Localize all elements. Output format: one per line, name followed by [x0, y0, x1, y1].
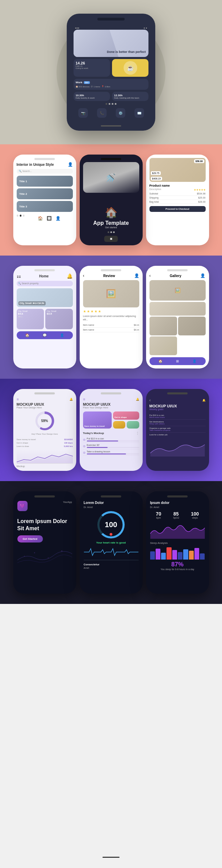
gallery-item-2[interactable]	[149, 317, 177, 335]
review-image: 🖼️	[83, 280, 139, 307]
gallery-phone: ‹ Gallery 👤 🖼️ 🏠 ⊞ 👤	[146, 266, 209, 368]
interior-item-2[interactable]: Title 2	[17, 188, 73, 199]
home-nav-home[interactable]: 🏠	[25, 333, 29, 337]
phone-notch	[167, 495, 188, 497]
task-card-1: 10.30h Daily laundry & wash	[74, 92, 110, 101]
back-icon[interactable]: ‹	[83, 273, 84, 278]
back-icon[interactable]: ‹	[149, 273, 151, 278]
todo-check-1: ◎	[83, 438, 85, 441]
mockup-stats: Save money to travel $316/$50 Get in sha…	[17, 438, 73, 448]
steps-value: 100	[191, 511, 199, 517]
home-card-2[interactable]: City, Small $3.9	[45, 309, 73, 329]
menu-icon[interactable]: ☰	[83, 398, 85, 401]
search-bar[interactable]: 🔍 Search...	[17, 169, 73, 174]
app-header: 💜 YourApp	[17, 501, 72, 511]
heart-gauge: 100	[97, 511, 125, 538]
dots-icon[interactable]: ⋮	[136, 431, 139, 435]
gallery-item-1[interactable]	[149, 302, 206, 316]
notification-icon[interactable]: 🔔	[136, 398, 139, 401]
gallery-header: ‹ Gallery 👤	[149, 273, 206, 278]
interior-item-1[interactable]: Title 1	[17, 176, 73, 187]
stat-row-3: Learn to draw 5,000 hrs	[17, 445, 73, 448]
mockup-top: ☰ 🔔	[17, 398, 73, 401]
home-indicator	[101, 125, 121, 127]
task-card-2: 12.30h Daily meeting with the team	[112, 92, 148, 101]
phone-notch	[101, 392, 121, 394]
template-icon-btn[interactable]: ▣	[104, 236, 118, 242]
template-dots	[83, 231, 139, 233]
phone-notch	[34, 392, 55, 394]
get-started-button[interactable]: Get Started	[17, 535, 43, 542]
gallery-item-3[interactable]	[178, 317, 206, 335]
sleep-pct-sub: You sleep for 6-8 hours in a day	[150, 568, 205, 570]
hero-card: Done is better than perfect	[74, 30, 148, 57]
sleep-bar-4	[166, 547, 171, 560]
spo2-stat: 85 SpO2	[173, 511, 179, 519]
back-icon[interactable]: ‹	[149, 398, 151, 403]
bg-lines-svg	[17, 546, 72, 566]
home-nav-profile[interactable]: 👤	[60, 333, 64, 337]
todo-item-2: ◎ Exercise 30'	[83, 443, 139, 449]
nav-dots: 🏠 🔲 👤	[17, 215, 73, 221]
svg-point-2	[48, 558, 48, 558]
settings-icon[interactable]: ⚙️	[116, 108, 125, 118]
item-label-2: Title 2	[19, 192, 27, 196]
hero-text: Done is better than perfect	[107, 50, 146, 54]
goal-item-3: Organize a garage sale Take freelance pr…	[149, 426, 206, 433]
product-header-row: Description ★★★★★	[149, 188, 206, 192]
notification-icon[interactable]: 🔔	[69, 398, 73, 401]
sleep-bar-8	[189, 551, 194, 560]
home-nav-home[interactable]: 🏠	[158, 359, 162, 363]
product-description: Description	[149, 188, 161, 190]
featured-card[interactable]: City, Small ★4.4 $4.9k	[17, 288, 73, 307]
home-nav-chat[interactable]: 💬	[43, 333, 47, 337]
review-item-2: Item name$4.m	[83, 328, 139, 332]
camera-icon[interactable]: 📷	[78, 108, 88, 118]
home-nav-grid[interactable]: ⊞	[176, 359, 179, 363]
status-bar: ●●● ● ●	[74, 26, 148, 30]
gallery-featured[interactable]: 🖼️	[149, 280, 206, 301]
price-badge-small: $29.75	[151, 171, 161, 175]
sleep-title: Sleep Analysis	[150, 541, 205, 545]
mail-icon[interactable]: ✉️	[134, 108, 144, 118]
yellow-card: ☕	[112, 59, 148, 77]
home-header: ⚏ Home 🔔	[17, 273, 73, 279]
mockup-title-dark: MOCKUP UI/UX	[149, 404, 206, 408]
sleep-bar-6	[178, 552, 183, 560]
greeting-label: Going to work	[76, 67, 108, 69]
notification-icon[interactable]: 🔔	[202, 399, 206, 402]
phone-notch	[101, 269, 121, 271]
user-icon[interactable]: 👤	[68, 162, 73, 167]
menu-icon[interactable]: ☰	[17, 398, 19, 401]
stats-row: 14.26 FEB 15 Going to work ☕	[74, 59, 148, 77]
color-card-pink: Get in shape	[113, 411, 139, 420]
mockup-title: MOCKUP UI/UX	[17, 402, 73, 406]
checkout-button[interactable]: Proceed to Checkout	[149, 206, 206, 212]
time-display: 14.26	[76, 61, 108, 65]
tasks-row: 10.30h Daily laundry & wash 12.30h Daily…	[74, 92, 148, 101]
home-grid: City, Small $4.k ★4.1 City, Small $3.9	[17, 309, 73, 329]
sleep-percentage: 87%	[150, 561, 205, 568]
section-home-review-gallery: ⚏ Home 🔔 🔍 Search property City, Small ★…	[0, 256, 222, 379]
color-card-purple: Save money to travel	[83, 411, 112, 429]
phone-notch	[167, 392, 188, 394]
hero-text: Lorem Ipsum Dolor Sit Amet	[17, 518, 72, 532]
wave-svg	[149, 439, 206, 457]
interior-item-3[interactable]: Title 3	[17, 201, 73, 212]
home-nav-profile[interactable]: 👤	[192, 359, 196, 363]
phone-icon[interactable]: 📞	[97, 108, 107, 118]
interior-title: Interior in Unique Style	[17, 162, 54, 167]
colorful-cards: Save money to travel Get in shape	[83, 411, 139, 429]
sleep-bar-9	[194, 548, 199, 560]
sleep-bars	[150, 546, 205, 560]
user-icon[interactable]: 👤	[134, 273, 139, 278]
gallery-item-4[interactable]	[149, 336, 177, 355]
search-bar[interactable]: 🔍 Search property	[17, 281, 73, 286]
sleep-bar-3	[161, 553, 166, 560]
user-icon[interactable]: 👤	[200, 273, 205, 278]
mockup-sub-dark: Weekly goals	[149, 408, 206, 410]
heart-wave-svg	[84, 547, 139, 557]
home-card-1[interactable]: City, Small $4.k ★4.1	[17, 309, 44, 329]
app-template-title: App Template	[83, 220, 139, 226]
color-card-yellow	[113, 421, 125, 429]
